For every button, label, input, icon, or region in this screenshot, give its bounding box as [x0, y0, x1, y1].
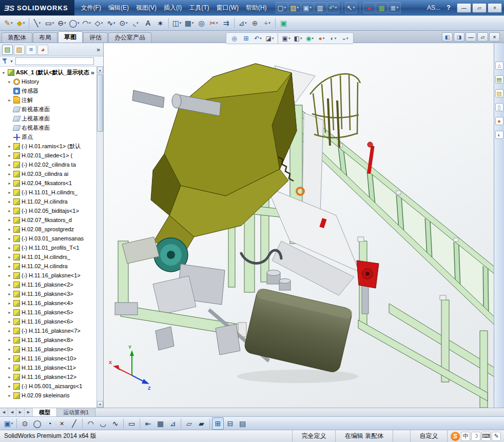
- expand-arrow-icon[interactable]: ▸: [7, 264, 12, 269]
- expand-arrow-icon[interactable]: ▸: [2, 70, 6, 75]
- tree-item-plaksne-11[interactable]: ▸ H.11.16_plaksne<11>: [0, 363, 103, 372]
- exit-sketch-button[interactable]: ✎▾: [3, 17, 14, 29]
- expand-arrow-icon[interactable]: ▸: [7, 144, 12, 149]
- hide-show-items-button[interactable]: ◉▾: [304, 33, 315, 43]
- undo-button[interactable]: ↶▾: [327, 2, 339, 13]
- tab-sketch[interactable]: 草图: [58, 31, 83, 43]
- tree-item-front-plane[interactable]: ▸ 前视基准面: [0, 105, 103, 114]
- propertymanager-tab[interactable]: ▧: [14, 45, 25, 55]
- tab-office-products[interactable]: 办公室产品: [108, 32, 151, 43]
- ime-mode[interactable]: 中: [461, 432, 470, 441]
- tree-item-h02-02-cilindra[interactable]: ▸ (-) H.02.02_cilindra ta: [0, 160, 103, 169]
- offset-entities-button[interactable]: ◎: [196, 17, 207, 29]
- slot-tool-button[interactable]: ⊖▾: [56, 17, 68, 29]
- child-restore-button[interactable]: ▱: [477, 32, 488, 42]
- point-tool-button[interactable]: ∗: [154, 17, 166, 29]
- select-button[interactable]: ↖▾: [345, 2, 357, 13]
- sogou-logo[interactable]: S: [451, 432, 460, 441]
- repair-sketch-button[interactable]: ⊕: [249, 17, 261, 29]
- tree-item-h01-ramis[interactable]: ▸ (-) H.01.ramis<1> (默认: [0, 142, 103, 151]
- smart-dimension-button[interactable]: ◆▾: [15, 17, 27, 29]
- tree-scrollbar[interactable]: ▲ ▼: [96, 67, 103, 408]
- tree-item-plaksne-5[interactable]: ▸ H.11.16_plaksne<5>: [0, 308, 103, 317]
- taskpane-scenes-icon[interactable]: ◐: [495, 131, 503, 139]
- expand-arrow-icon[interactable]: ▸: [7, 218, 12, 223]
- options-button[interactable]: ≣▾: [389, 2, 401, 13]
- tree-item-h11-01-cilindrs-a[interactable]: ▸ (-) H.11.01_H.cilindrs_: [0, 188, 103, 197]
- text-tool-button[interactable]: A: [142, 17, 154, 29]
- tree-item-h11-02-cilindra-b[interactable]: ▸ H.11.02_H.cilindra: [0, 262, 103, 271]
- taskpane-file-explorer-icon[interactable]: ▨: [495, 89, 503, 97]
- expand-arrow-icon[interactable]: ▸: [7, 172, 12, 176]
- tree-item-h11-01-cilindrs-b[interactable]: ▸ H.11.01_H.cilindrs_: [0, 252, 103, 262]
- expand-arrow-icon[interactable]: ▸: [7, 366, 12, 370]
- tree-item-top-plane[interactable]: ▸ 上视基准面: [0, 114, 103, 123]
- tab-model[interactable]: 模型: [33, 408, 57, 416]
- arc-button[interactable]: ◠: [85, 417, 96, 430]
- expand-arrow-icon[interactable]: ▸: [7, 181, 12, 186]
- previous-view-button[interactable]: ↶▾: [253, 33, 263, 43]
- tree-item-h02-09-skeleinaris[interactable]: ▸ H.02.09 skeleinaris: [0, 391, 103, 400]
- instant2d-button[interactable]: ▣: [278, 17, 289, 29]
- convert-entities-button[interactable]: ⇉: [220, 17, 232, 29]
- trim-entities-button[interactable]: ✂▾: [208, 17, 220, 29]
- circle-tool-button[interactable]: ◯▾: [68, 17, 80, 29]
- new-document-button[interactable]: ▢▾: [276, 2, 288, 13]
- linear-pattern-button[interactable]: ▦▾: [183, 17, 195, 29]
- tree-item-h03-01-sanemsanas[interactable]: ▸ (-) H.03.01_sanemsanas: [0, 234, 103, 243]
- taskpane-design-library-icon[interactable]: ▤: [495, 75, 503, 84]
- expand-arrow-icon[interactable]: ▸: [7, 301, 12, 306]
- tree-item-h02-05-biditajs[interactable]: ▸ (-) H.02.05_biditajs<1>: [0, 206, 103, 215]
- expand-arrow-icon[interactable]: ▸: [7, 79, 12, 84]
- edit-appearance-button[interactable]: ●▾: [316, 33, 327, 43]
- child-minimize-button[interactable]: —: [466, 32, 476, 42]
- tab-layout[interactable]: 布局: [33, 32, 57, 43]
- angle-button[interactable]: ⊿: [167, 417, 179, 430]
- line-button[interactable]: ╱: [68, 417, 80, 430]
- tree-item-plaksne-4[interactable]: ▸ H.11.16_plaksne<4>: [0, 298, 103, 308]
- tree-item-sensors[interactable]: ▸ 传感器: [0, 86, 103, 95]
- view-orientation-button[interactable]: ▣▾: [281, 33, 292, 43]
- tree-item-h02-04-fiksators[interactable]: ▸ H.02.04_fiksators<1: [0, 178, 103, 188]
- tile-left-icon[interactable]: ◧: [442, 32, 453, 42]
- paste-button[interactable]: ▰: [196, 417, 207, 430]
- menu-item[interactable]: 视图(V): [132, 2, 160, 14]
- tree-item-plaksne-9[interactable]: ▸ H.11.16_plaksne<9>: [0, 345, 103, 354]
- tree-item-h02-08-sprostgredz[interactable]: ▸ H.02.08_sprostgredz: [0, 225, 103, 234]
- mirror-entities-button[interactable]: ◫▾: [171, 17, 183, 29]
- expand-arrow-icon[interactable]: ▸: [7, 283, 12, 287]
- expand-arrow-icon[interactable]: ▸: [7, 255, 12, 259]
- ime-halfwidth[interactable]: ☽: [471, 432, 480, 441]
- expand-arrow-icon[interactable]: ▸: [7, 199, 12, 204]
- expand-arrow-icon[interactable]: ▸: [7, 384, 12, 389]
- open-document-button[interactable]: ▨▾: [288, 2, 301, 13]
- display-style-button[interactable]: ◧▾: [293, 33, 303, 43]
- expand-arrow-icon[interactable]: ▸: [7, 190, 12, 195]
- expand-arrow-icon[interactable]: ▸: [7, 246, 12, 250]
- expand-arrow-icon[interactable]: ▸: [7, 356, 12, 361]
- expand-arrow-icon[interactable]: ▸: [7, 347, 12, 352]
- tabs-scroll-first-button[interactable]: ◀: [0, 408, 8, 416]
- display-relations-button[interactable]: ⊿▾: [237, 17, 248, 29]
- featuremanager-tab[interactable]: ▤: [2, 45, 13, 55]
- close-button[interactable]: ×: [488, 3, 502, 13]
- filter-input[interactable]: [15, 57, 94, 65]
- tabs-scroll-right-button[interactable]: ▶: [16, 408, 25, 416]
- viewport-toggle-button[interactable]: ⊞: [212, 417, 224, 430]
- tabs-scroll-last-button[interactable]: ▶: [25, 408, 33, 416]
- tree-item-annotations[interactable]: ▸ 注解: [0, 95, 103, 105]
- tree-flyout-arrow[interactable]: »: [91, 69, 94, 76]
- apply-scene-button[interactable]: ◐▾: [328, 33, 339, 43]
- child-close-button[interactable]: ×: [489, 32, 500, 42]
- tab-evaluate[interactable]: 评估: [83, 32, 108, 43]
- scroll-thumb[interactable]: [97, 74, 103, 132]
- tree-item-plaksne-2[interactable]: ▸ H.11.16_plaksne<2>: [0, 280, 103, 289]
- toolbox-button[interactable]: ▩: [376, 2, 388, 13]
- expand-arrow-icon[interactable]: ▸: [7, 319, 12, 324]
- tree-item-origin[interactable]: ▸ 原点: [0, 132, 103, 142]
- copy-button[interactable]: ▱: [183, 417, 195, 430]
- circle-button[interactable]: ◯: [31, 417, 43, 430]
- tree-item-plaksne-12[interactable]: ▸ H.11.16_plaksne<12>: [0, 372, 103, 381]
- menu-item[interactable]: 编辑(E): [105, 2, 132, 14]
- expand-arrow-icon[interactable]: ▸: [7, 209, 12, 213]
